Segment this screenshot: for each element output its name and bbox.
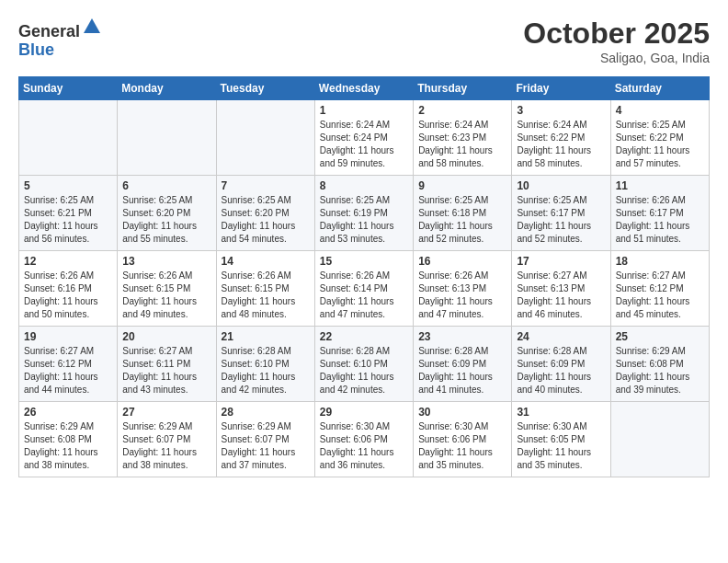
day-cell: 10Sunrise: 6:25 AM Sunset: 6:17 PM Dayli… — [512, 176, 610, 251]
day-cell: 25Sunrise: 6:29 AM Sunset: 6:08 PM Dayli… — [610, 327, 709, 402]
day-info: Sunrise: 6:27 AM Sunset: 6:12 PM Dayligh… — [24, 345, 112, 396]
day-info: Sunrise: 6:24 AM Sunset: 6:22 PM Dayligh… — [517, 119, 605, 170]
day-cell: 18Sunrise: 6:27 AM Sunset: 6:12 PM Dayli… — [610, 251, 709, 327]
day-cell: 15Sunrise: 6:26 AM Sunset: 6:14 PM Dayli… — [314, 251, 413, 327]
day-cell — [118, 100, 216, 176]
day-info: Sunrise: 6:27 AM Sunset: 6:11 PM Dayligh… — [122, 345, 210, 396]
day-info: Sunrise: 6:28 AM Sunset: 6:09 PM Dayligh… — [418, 345, 506, 396]
day-cell: 1Sunrise: 6:24 AM Sunset: 6:24 PM Daylig… — [314, 100, 413, 176]
month-title: October 2025 — [523, 17, 710, 51]
day-cell: 31Sunrise: 6:30 AM Sunset: 6:05 PM Dayli… — [512, 402, 610, 477]
day-info: Sunrise: 6:27 AM Sunset: 6:12 PM Dayligh… — [616, 270, 704, 321]
day-cell: 26Sunrise: 6:29 AM Sunset: 6:08 PM Dayli… — [19, 402, 118, 477]
day-info: Sunrise: 6:30 AM Sunset: 6:06 PM Dayligh… — [320, 420, 408, 472]
day-number: 12 — [24, 255, 112, 268]
week-row-3: 12Sunrise: 6:26 AM Sunset: 6:16 PM Dayli… — [19, 251, 710, 327]
col-header-monday: Monday — [118, 77, 216, 100]
day-info: Sunrise: 6:26 AM Sunset: 6:17 PM Dayligh… — [616, 194, 704, 246]
day-cell: 22Sunrise: 6:28 AM Sunset: 6:10 PM Dayli… — [314, 327, 413, 402]
logo-icon — [82, 17, 102, 37]
day-number: 30 — [418, 406, 506, 419]
svg-marker-0 — [84, 18, 100, 33]
day-number: 17 — [517, 255, 605, 268]
day-cell: 21Sunrise: 6:28 AM Sunset: 6:10 PM Dayli… — [216, 327, 314, 402]
day-number: 1 — [320, 104, 408, 117]
day-cell: 14Sunrise: 6:26 AM Sunset: 6:15 PM Dayli… — [216, 251, 314, 327]
day-number: 26 — [24, 406, 112, 419]
day-number: 6 — [122, 179, 210, 192]
day-cell: 5Sunrise: 6:25 AM Sunset: 6:21 PM Daylig… — [19, 176, 118, 251]
day-cell: 2Sunrise: 6:24 AM Sunset: 6:23 PM Daylig… — [414, 100, 512, 176]
day-info: Sunrise: 6:25 AM Sunset: 6:17 PM Dayligh… — [517, 194, 605, 246]
day-cell: 12Sunrise: 6:26 AM Sunset: 6:16 PM Dayli… — [19, 251, 118, 327]
day-number: 27 — [122, 406, 210, 419]
day-cell — [610, 402, 709, 477]
day-info: Sunrise: 6:26 AM Sunset: 6:15 PM Dayligh… — [222, 270, 310, 321]
day-number: 7 — [222, 179, 310, 192]
day-info: Sunrise: 6:30 AM Sunset: 6:06 PM Dayligh… — [418, 420, 506, 472]
day-cell: 23Sunrise: 6:28 AM Sunset: 6:09 PM Dayli… — [414, 327, 512, 402]
day-info: Sunrise: 6:28 AM Sunset: 6:10 PM Dayligh… — [222, 345, 310, 396]
day-cell: 19Sunrise: 6:27 AM Sunset: 6:12 PM Dayli… — [19, 327, 118, 402]
day-info: Sunrise: 6:25 AM Sunset: 6:20 PM Dayligh… — [222, 194, 310, 246]
day-cell: 24Sunrise: 6:28 AM Sunset: 6:09 PM Dayli… — [512, 327, 610, 402]
week-row-5: 26Sunrise: 6:29 AM Sunset: 6:08 PM Dayli… — [19, 402, 710, 477]
day-info: Sunrise: 6:30 AM Sunset: 6:05 PM Dayligh… — [517, 420, 605, 472]
day-info: Sunrise: 6:26 AM Sunset: 6:13 PM Dayligh… — [418, 270, 506, 321]
week-row-2: 5Sunrise: 6:25 AM Sunset: 6:21 PM Daylig… — [19, 176, 710, 251]
day-info: Sunrise: 6:26 AM Sunset: 6:15 PM Dayligh… — [122, 270, 210, 321]
logo-general-text: General — [18, 22, 80, 40]
day-number: 23 — [418, 330, 506, 343]
day-info: Sunrise: 6:25 AM Sunset: 6:20 PM Dayligh… — [122, 194, 210, 246]
day-info: Sunrise: 6:29 AM Sunset: 6:07 PM Dayligh… — [222, 420, 310, 472]
col-header-saturday: Saturday — [610, 77, 709, 100]
day-info: Sunrise: 6:26 AM Sunset: 6:16 PM Dayligh… — [24, 270, 112, 321]
day-number: 2 — [418, 104, 506, 117]
logo: General Blue — [18, 17, 102, 60]
day-cell: 17Sunrise: 6:27 AM Sunset: 6:13 PM Dayli… — [512, 251, 610, 327]
day-info: Sunrise: 6:29 AM Sunset: 6:07 PM Dayligh… — [122, 420, 210, 472]
day-number: 21 — [222, 330, 310, 343]
day-info: Sunrise: 6:25 AM Sunset: 6:19 PM Dayligh… — [320, 194, 408, 246]
day-number: 10 — [517, 179, 605, 192]
calendar-table: SundayMondayTuesdayWednesdayThursdayFrid… — [18, 76, 710, 477]
day-number: 19 — [24, 330, 112, 343]
day-info: Sunrise: 6:29 AM Sunset: 6:08 PM Dayligh… — [616, 345, 704, 396]
day-cell: 13Sunrise: 6:26 AM Sunset: 6:15 PM Dayli… — [118, 251, 216, 327]
day-cell — [19, 100, 118, 176]
day-cell: 8Sunrise: 6:25 AM Sunset: 6:19 PM Daylig… — [314, 176, 413, 251]
day-number: 16 — [418, 255, 506, 268]
header-row: SundayMondayTuesdayWednesdayThursdayFrid… — [19, 77, 710, 100]
day-cell: 9Sunrise: 6:25 AM Sunset: 6:18 PM Daylig… — [414, 176, 512, 251]
day-number: 18 — [616, 255, 704, 268]
day-info: Sunrise: 6:25 AM Sunset: 6:18 PM Dayligh… — [418, 194, 506, 246]
day-cell: 7Sunrise: 6:25 AM Sunset: 6:20 PM Daylig… — [216, 176, 314, 251]
day-number: 11 — [616, 179, 704, 192]
day-number: 14 — [222, 255, 310, 268]
day-cell: 11Sunrise: 6:26 AM Sunset: 6:17 PM Dayli… — [610, 176, 709, 251]
day-number: 25 — [616, 330, 704, 343]
day-info: Sunrise: 6:28 AM Sunset: 6:09 PM Dayligh… — [517, 345, 605, 396]
day-number: 24 — [517, 330, 605, 343]
day-number: 31 — [517, 406, 605, 419]
col-header-thursday: Thursday — [414, 77, 512, 100]
day-number: 15 — [320, 255, 408, 268]
day-info: Sunrise: 6:25 AM Sunset: 6:22 PM Dayligh… — [616, 119, 704, 170]
week-row-1: 1Sunrise: 6:24 AM Sunset: 6:24 PM Daylig… — [19, 100, 710, 176]
day-cell: 4Sunrise: 6:25 AM Sunset: 6:22 PM Daylig… — [610, 100, 709, 176]
day-cell: 27Sunrise: 6:29 AM Sunset: 6:07 PM Dayli… — [118, 402, 216, 477]
day-number: 29 — [320, 406, 408, 419]
day-number: 3 — [517, 104, 605, 117]
day-cell: 28Sunrise: 6:29 AM Sunset: 6:07 PM Dayli… — [216, 402, 314, 477]
day-cell: 29Sunrise: 6:30 AM Sunset: 6:06 PM Dayli… — [314, 402, 413, 477]
day-number: 20 — [122, 330, 210, 343]
day-info: Sunrise: 6:28 AM Sunset: 6:10 PM Dayligh… — [320, 345, 408, 396]
col-header-wednesday: Wednesday — [314, 77, 413, 100]
logo-blue-text: Blue — [18, 40, 54, 59]
day-info: Sunrise: 6:24 AM Sunset: 6:23 PM Dayligh… — [418, 119, 506, 170]
day-cell — [216, 100, 314, 176]
day-cell: 20Sunrise: 6:27 AM Sunset: 6:11 PM Dayli… — [118, 327, 216, 402]
col-header-friday: Friday — [512, 77, 610, 100]
day-info: Sunrise: 6:26 AM Sunset: 6:14 PM Dayligh… — [320, 270, 408, 321]
week-row-4: 19Sunrise: 6:27 AM Sunset: 6:12 PM Dayli… — [19, 327, 710, 402]
